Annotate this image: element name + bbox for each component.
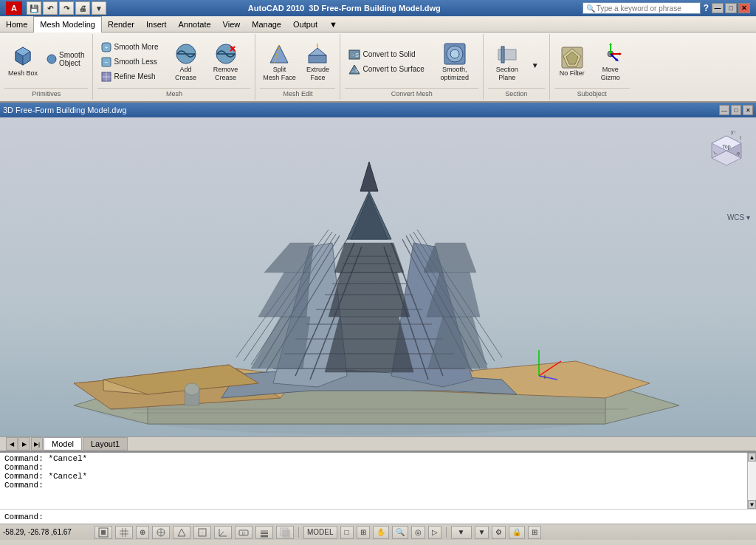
viewport-canvas[interactable]: + Top L R y↑ t WCS ▾: [0, 117, 756, 436]
wcs-label[interactable]: WCS ▾: [727, 213, 750, 222]
menu-output[interactable]: Output: [287, 16, 323, 32]
refine-mesh-btn[interactable]: Refine Mesh: [97, 70, 162, 83]
smooth-object-btn[interactable]: SmoothObject: [43, 52, 88, 66]
split-mesh-face-btn[interactable]: SplitMesh Face: [260, 40, 298, 84]
smooth-less-btn[interactable]: − Smooth Less: [97, 55, 162, 69]
tab-layout1[interactable]: Layout1: [83, 437, 128, 450]
workspace-btn[interactable]: ⚙: [492, 526, 506, 539]
lweight-toggle[interactable]: [255, 526, 273, 539]
maximize-btn[interactable]: □: [725, 3, 737, 13]
menu-render[interactable]: Render: [102, 16, 140, 32]
zoom-btn[interactable]: 🔍: [392, 526, 408, 539]
mesh-box-icon: [11, 46, 35, 69]
svg-point-4: [47, 55, 56, 64]
menu-view[interactable]: View: [217, 16, 247, 32]
grid-toggle[interactable]: [115, 526, 133, 539]
section-plane-label: SectionPlane: [496, 66, 518, 82]
tab-model[interactable]: Model: [44, 437, 82, 450]
search-box[interactable]: 🔍: [583, 2, 701, 14]
viewport-title: 3D Free-Form Building Model.dwg: [3, 106, 127, 114]
menu-mesh-modeling[interactable]: Mesh Modeling: [33, 16, 102, 32]
ortho-toggle[interactable]: ⊕: [136, 526, 149, 539]
cleanscreen-btn[interactable]: ⊞: [528, 526, 541, 539]
search-input[interactable]: [597, 4, 697, 13]
svg-rect-107: [101, 530, 106, 535]
menu-insert[interactable]: Insert: [140, 16, 173, 32]
viewport-controls: — □ ✕: [719, 105, 753, 115]
save-btn[interactable]: 💾: [27, 1, 41, 15]
ribbon-group-mesh: + Smooth More − Smooth Less: [93, 34, 255, 100]
minimize-btn[interactable]: —: [712, 3, 724, 13]
annotation-scale-btn[interactable]: ▼: [475, 526, 489, 539]
vp-minimize[interactable]: —: [719, 105, 729, 115]
qa-dropdown[interactable]: ▼: [92, 1, 106, 15]
menu-manage[interactable]: Manage: [246, 16, 287, 32]
osnap-toggle[interactable]: [173, 526, 190, 539]
snap-toggle[interactable]: [94, 526, 112, 539]
convert-body: →S Convert to Solid →S Convert to Surfac…: [345, 37, 478, 86]
command-scrollbar[interactable]: ▲ ▼: [747, 453, 756, 509]
no-filter-btn[interactable]: No Filter: [554, 40, 590, 84]
section-plane-btn[interactable]: SectionPlane: [488, 40, 526, 84]
tab-scroll-end[interactable]: ▶|: [31, 437, 43, 450]
layout-btn[interactable]: ⊞: [357, 526, 370, 539]
redo-btn[interactable]: ↷: [59, 1, 74, 15]
snap-icon: [98, 527, 109, 538]
tab-scroll-right[interactable]: ▶: [18, 437, 30, 450]
refine-mesh-icon: [101, 72, 111, 82]
paper-space-btn[interactable]: □: [340, 526, 354, 539]
help-btn[interactable]: ?: [704, 3, 709, 13]
view-cube[interactable]: Top L R y↑ t: [704, 125, 749, 169]
ducs-icon: [218, 527, 228, 538]
smooth-more-label: Smooth More: [114, 43, 158, 51]
section-dropdown-btn[interactable]: ▼: [528, 58, 543, 72]
add-crease-btn[interactable]: AddCrease: [168, 40, 204, 84]
ducs-toggle[interactable]: [214, 526, 232, 539]
menu-annotate[interactable]: Annotate: [173, 16, 217, 32]
menu-dropdown[interactable]: ▼: [323, 16, 343, 32]
command-prompt: Command:: [4, 513, 44, 521]
toolbar-lock-btn[interactable]: 🔒: [509, 526, 525, 539]
primitives-label: Primitives: [4, 88, 88, 98]
smooth-more-btn[interactable]: + Smooth More: [97, 41, 162, 54]
add-crease-icon: [174, 42, 198, 66]
ribbon-group-primitives: Mesh Box SmoothObject Primitives: [0, 34, 93, 100]
convert-solid-label: Convert to Solid: [362, 50, 415, 58]
remove-crease-icon: [214, 42, 238, 66]
remove-crease-svg: [214, 42, 238, 66]
close-btn[interactable]: ✕: [738, 3, 750, 13]
smooth-more-icon: +: [101, 42, 111, 52]
vp-maximize[interactable]: □: [731, 105, 741, 115]
pan-btn[interactable]: ✋: [373, 526, 389, 539]
model-mode-btn[interactable]: MODEL: [303, 526, 337, 539]
tab-scroll-left[interactable]: ◀: [6, 437, 18, 450]
menu-home[interactable]: Home: [0, 16, 33, 32]
scale-display[interactable]: ▼: [451, 526, 472, 539]
building-svg: +: [0, 117, 756, 436]
extrude-face-btn[interactable]: ExtrudeFace: [300, 40, 335, 84]
cmd-scroll-up[interactable]: ▲: [748, 453, 756, 462]
cmd-scroll-track[interactable]: [748, 462, 756, 500]
svg-text:−: −: [105, 59, 109, 66]
undo-btn[interactable]: ↶: [43, 1, 58, 15]
steeringwheels-btn[interactable]: ◎: [411, 526, 425, 539]
mesh-box-btn[interactable]: Mesh Box: [4, 39, 41, 85]
convert-to-surface-btn[interactable]: →S Convert to Surface: [345, 63, 427, 76]
smooth-optimized-btn[interactable]: Smooth, optimized: [431, 40, 478, 84]
polar-toggle[interactable]: [152, 526, 170, 539]
move-gizmo-btn[interactable]: Move Gizmo: [591, 40, 630, 84]
vp-close[interactable]: ✕: [743, 105, 753, 115]
polar-icon: [156, 527, 166, 538]
mesh-box-label: Mesh Box: [8, 69, 38, 78]
command-input[interactable]: [47, 513, 752, 521]
svg-text:→S: →S: [351, 52, 360, 58]
remove-crease-btn[interactable]: RemoveCrease: [207, 40, 245, 84]
cmd-scroll-down[interactable]: ▼: [748, 500, 756, 509]
svg-line-120: [219, 532, 224, 536]
showmotion-btn[interactable]: ▷: [428, 526, 441, 539]
otrack-toggle[interactable]: [193, 526, 211, 539]
transparency-toggle[interactable]: [276, 526, 294, 539]
convert-to-solid-btn[interactable]: →S Convert to Solid: [345, 48, 427, 61]
print-btn[interactable]: 🖨: [75, 1, 90, 15]
dyn-toggle[interactable]: D: [235, 526, 252, 539]
